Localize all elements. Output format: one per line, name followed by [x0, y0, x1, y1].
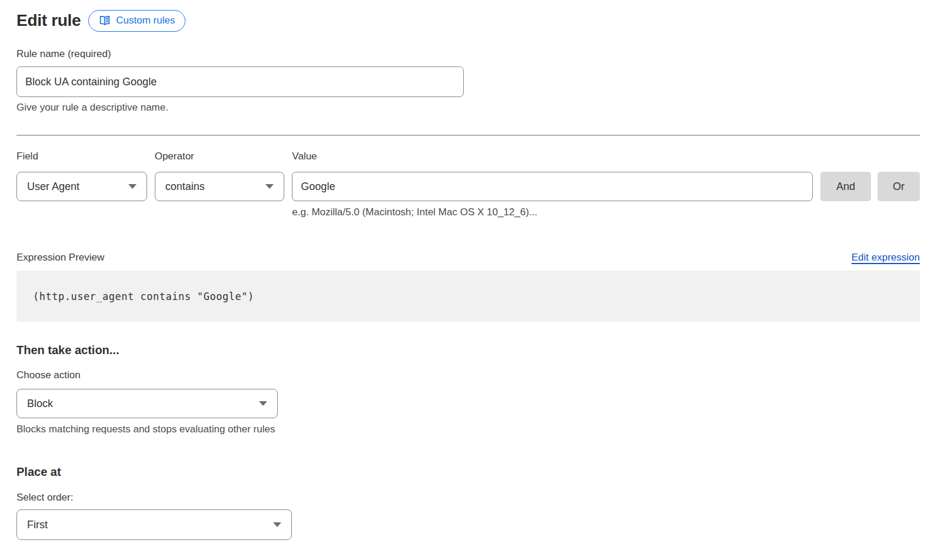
action-select[interactable]: Block: [16, 389, 278, 418]
value-input[interactable]: [292, 172, 813, 201]
rule-name-help: Give your rule a descriptive name.: [16, 102, 920, 114]
operator-column: Operator contains: [155, 151, 285, 218]
order-select-value: First: [27, 519, 48, 531]
operator-label: Operator: [155, 151, 285, 162]
condition-row: Field User Agent Operator contains Value…: [16, 151, 920, 218]
place-at-heading: Place at: [16, 465, 920, 479]
edit-expression-link[interactable]: Edit expression: [852, 252, 920, 264]
expression-preview-label: Expression Preview: [16, 252, 104, 264]
page-title: Edit rule: [16, 11, 81, 30]
placement-section: Place at Select order: First: [16, 465, 920, 540]
edit-rule-page: Edit rule Custom rules Rule name (requir…: [0, 0, 934, 540]
caret-down-icon: [259, 401, 267, 406]
action-help: Blocks matching requests and stops evalu…: [16, 424, 920, 435]
field-select-value: User Agent: [27, 181, 79, 193]
order-select[interactable]: First: [16, 509, 292, 540]
operator-select-value: contains: [165, 181, 205, 193]
rule-name-input[interactable]: [16, 66, 464, 97]
action-select-value: Block: [27, 398, 53, 410]
section-divider: [16, 135, 920, 136]
value-column: Value e.g. Mozilla/5.0 (Macintosh; Intel…: [292, 151, 813, 218]
rule-name-section: Rule name (required) Give your rule a de…: [16, 48, 920, 114]
caret-down-icon: [128, 184, 137, 189]
field-select[interactable]: User Agent: [16, 172, 147, 201]
operator-select[interactable]: contains: [155, 172, 285, 201]
action-section: Then take action... Choose action Block …: [16, 343, 920, 435]
caret-down-icon: [273, 522, 281, 527]
connector-buttons: And Or: [820, 151, 920, 218]
custom-rules-button[interactable]: Custom rules: [88, 10, 185, 32]
open-book-icon: [99, 15, 111, 26]
or-button[interactable]: Or: [878, 172, 920, 201]
expression-header: Expression Preview Edit expression: [16, 252, 920, 264]
field-column: Field User Agent: [16, 151, 147, 218]
value-help: e.g. Mozilla/5.0 (Macintosh; Intel Mac O…: [292, 206, 813, 218]
expression-code: (http.user_agent contains "Google"): [33, 291, 254, 302]
rule-name-label: Rule name (required): [16, 48, 920, 60]
choose-action-label: Choose action: [16, 369, 920, 381]
expression-code-block: (http.user_agent contains "Google"): [16, 271, 920, 322]
select-order-label: Select order:: [16, 492, 920, 504]
field-label: Field: [16, 151, 147, 162]
and-button[interactable]: And: [820, 172, 871, 201]
custom-rules-button-label: Custom rules: [116, 15, 175, 26]
page-header: Edit rule Custom rules: [16, 9, 920, 32]
value-label: Value: [292, 151, 813, 162]
caret-down-icon: [265, 184, 274, 189]
action-heading: Then take action...: [16, 343, 920, 357]
